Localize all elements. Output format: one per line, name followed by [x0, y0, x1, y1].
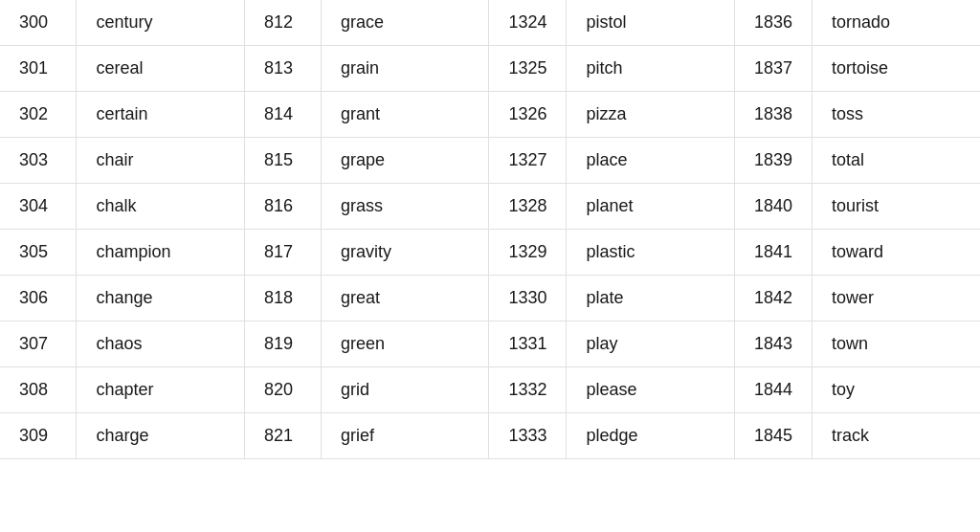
number-cell: 1840 — [734, 184, 812, 230]
word-cell: chalk — [77, 184, 245, 230]
table-row: 304chalk816grass1328planet1840tourist — [0, 184, 980, 230]
word-cell: tower — [812, 276, 980, 321]
number-cell: 1329 — [489, 230, 567, 276]
table-row: 302certain814grant1326pizza1838toss — [0, 92, 980, 138]
word-cell: place — [567, 138, 734, 184]
word-cell: grass — [321, 184, 488, 230]
number-cell: 1842 — [734, 276, 812, 321]
word-cell: green — [321, 321, 488, 367]
number-cell: 1836 — [734, 0, 812, 46]
number-cell: 301 — [0, 46, 77, 92]
table-row: 300century812grace1324pistol1836tornado — [0, 0, 980, 46]
word-cell: plastic — [567, 230, 734, 276]
word-cell: chaos — [77, 321, 245, 367]
number-cell: 309 — [0, 413, 77, 459]
main-table-container: 300century812grace1324pistol1836tornado3… — [0, 0, 980, 532]
table-row: 305champion817gravity1329plastic1841towa… — [0, 230, 980, 276]
word-list-table: 300century812grace1324pistol1836tornado3… — [0, 0, 980, 459]
number-cell: 300 — [0, 0, 77, 46]
number-cell: 307 — [0, 321, 77, 367]
word-cell: please — [567, 367, 734, 413]
number-cell: 820 — [245, 367, 322, 413]
number-cell: 1324 — [489, 0, 567, 46]
number-cell: 1333 — [489, 413, 567, 459]
word-cell: champion — [77, 230, 245, 276]
word-cell: tortoise — [812, 46, 980, 92]
word-cell: cereal — [77, 46, 245, 92]
number-cell: 815 — [245, 138, 322, 184]
word-cell: plate — [567, 276, 734, 321]
number-cell: 1841 — [734, 230, 812, 276]
number-cell: 1330 — [489, 276, 567, 321]
word-cell: chair — [77, 138, 245, 184]
number-cell: 302 — [0, 92, 77, 138]
number-cell: 816 — [245, 184, 322, 230]
number-cell: 308 — [0, 367, 77, 413]
number-cell: 813 — [245, 46, 322, 92]
word-cell: grace — [321, 0, 488, 46]
number-cell: 303 — [0, 138, 77, 184]
number-cell: 1844 — [734, 367, 812, 413]
number-cell: 305 — [0, 230, 77, 276]
word-cell: grain — [321, 46, 488, 92]
word-cell: grid — [321, 367, 488, 413]
number-cell: 1332 — [489, 367, 567, 413]
word-cell: track — [812, 413, 980, 459]
table-row: 306change818great1330plate1842tower — [0, 276, 980, 321]
word-cell: pitch — [567, 46, 734, 92]
word-cell: gravity — [321, 230, 488, 276]
word-cell: chapter — [77, 367, 245, 413]
word-cell: grape — [321, 138, 488, 184]
word-cell: great — [321, 276, 488, 321]
number-cell: 812 — [245, 0, 322, 46]
word-cell: charge — [77, 413, 245, 459]
number-cell: 1327 — [489, 138, 567, 184]
number-cell: 818 — [245, 276, 322, 321]
number-cell: 1845 — [734, 413, 812, 459]
number-cell: 814 — [245, 92, 322, 138]
word-cell: total — [812, 138, 980, 184]
word-cell: century — [77, 0, 245, 46]
number-cell: 1331 — [489, 321, 567, 367]
word-cell: planet — [567, 184, 734, 230]
number-cell: 306 — [0, 276, 77, 321]
word-cell: pledge — [567, 413, 734, 459]
number-cell: 1837 — [734, 46, 812, 92]
number-cell: 817 — [245, 230, 322, 276]
word-cell: change — [77, 276, 245, 321]
word-cell: toss — [812, 92, 980, 138]
word-cell: tourist — [812, 184, 980, 230]
number-cell: 1325 — [489, 46, 567, 92]
word-cell: grant — [321, 92, 488, 138]
word-cell: toward — [812, 230, 980, 276]
word-cell: tornado — [812, 0, 980, 46]
number-cell: 1838 — [734, 92, 812, 138]
number-cell: 1839 — [734, 138, 812, 184]
table-row: 309charge821grief1333pledge1845track — [0, 413, 980, 459]
word-cell: play — [567, 321, 734, 367]
word-cell: certain — [77, 92, 245, 138]
number-cell: 1328 — [489, 184, 567, 230]
table-row: 303chair815grape1327place1839total — [0, 138, 980, 184]
table-row: 308chapter820grid1332please1844toy — [0, 367, 980, 413]
number-cell: 819 — [245, 321, 322, 367]
word-cell: toy — [812, 367, 980, 413]
word-cell: town — [812, 321, 980, 367]
number-cell: 1843 — [734, 321, 812, 367]
number-cell: 821 — [245, 413, 322, 459]
table-row: 301cereal813grain1325pitch1837tortoise — [0, 46, 980, 92]
word-cell: pizza — [567, 92, 734, 138]
number-cell: 1326 — [489, 92, 567, 138]
word-cell: grief — [321, 413, 488, 459]
word-cell: pistol — [567, 0, 734, 46]
table-row: 307chaos819green1331play1843town — [0, 321, 980, 367]
number-cell: 304 — [0, 184, 77, 230]
